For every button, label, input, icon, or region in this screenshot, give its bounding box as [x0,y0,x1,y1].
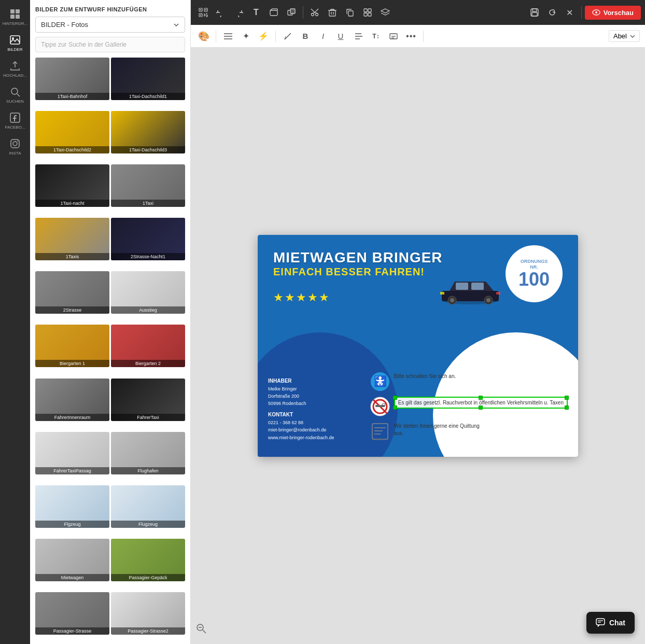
handle-br[interactable] [565,405,569,410]
font-selector[interactable]: Abel [609,30,640,42]
sidebar: HINTERGR... BILDER HOCHLAD... SUCHEN FAC… [0,0,30,644]
image-panel-header: BILDER ZUM ENTWURF HINZUFÜGEN [30,0,190,17]
svg-rect-39 [348,11,353,16]
format-toolbar: 🎨 ✦ ⚡ B I U T↕ [191,25,645,48]
refresh-button[interactable] [544,4,560,21]
image-thumb[interactable]: Biergarten 2 [111,325,185,367]
image-thumb[interactable]: Passagier-Gepäck [111,539,185,581]
redo-button[interactable] [230,4,247,21]
handle-tl[interactable] [393,396,397,400]
main-area: T [191,0,645,644]
copy-button[interactable] [342,4,358,21]
save-icon [530,8,539,17]
handle-bc[interactable] [479,405,483,410]
svg-rect-78 [372,424,388,439]
refresh-icon [548,8,557,17]
save-button[interactable] [526,4,543,21]
group-icon [363,8,372,17]
cut-icon [311,8,319,17]
toolbar-divider2 [581,6,582,19]
lightning-button[interactable]: ⚡ [256,29,271,44]
vorschau-button[interactable]: Vorschau [585,6,641,20]
pencil-button[interactable] [280,29,296,44]
canvas-area[interactable]: ORDNUNGSNR. 100 MIETWAGEN BRINGER EINFAC… [191,48,645,644]
image-thumb[interactable]: Passagier-Strasse [35,592,109,635]
cut-button[interactable] [306,4,323,21]
align-button[interactable] [220,29,236,44]
svg-rect-1 [16,9,20,13]
receipt-icon: Quittung [370,422,390,441]
upload-icon [9,60,21,72]
font-name: Abel [613,32,627,40]
image-icon [9,34,21,46]
card-title-main: MIETWAGEN BRINGER [273,250,443,265]
image-thumb[interactable]: Flgzeug [35,485,109,528]
layers-button[interactable] [377,4,394,21]
svg-rect-64 [471,283,484,290]
handle-bl[interactable] [393,405,397,410]
color-picker-button[interactable]: 🎨 [196,29,212,44]
image-thumb[interactable]: Mietwagen [35,539,109,581]
text-button[interactable]: T [248,4,264,21]
image-thumb[interactable]: 1Taxis [35,218,109,260]
sidebar-hintergrund-label: HINTERGR... [3,21,27,26]
sidebar-item-facebook[interactable]: FACEBO... [1,108,29,133]
sidebar-item-hochlad[interactable]: HOCHLAD... [1,56,29,81]
delete-button[interactable] [324,4,341,21]
image-thumb[interactable]: Flugzeug [111,485,185,528]
image-thumb[interactable]: Ausstieg [111,271,185,314]
sidebar-hochlad-label: HOCHLAD... [3,73,27,78]
text-align-button[interactable] [350,29,366,44]
handle-tr[interactable] [565,396,569,400]
toolbar-divider [303,6,303,19]
image-thumb[interactable]: Flughafen [111,432,185,474]
right-info: 🚼 Bitte schnallen Sie sich an. [370,372,568,441]
gallery-search-input[interactable]: Tippe zur Suche in der Gallerie [35,37,185,52]
nosmoking-selected-text[interactable]: Es gilt das gesetzl. Rauchverbot in öffe… [394,397,568,409]
frame-button[interactable] [283,4,300,21]
chat-button[interactable]: Chat [586,612,635,634]
qr-code-button[interactable] [195,4,212,21]
svg-rect-70 [496,292,500,295]
qr-icon [199,8,208,17]
image-thumb[interactable]: FahrerTaxi [111,379,185,421]
category-dropdown[interactable]: BILDER - Fotos [35,17,185,33]
text-box-button[interactable] [386,29,401,44]
image-thumb[interactable]: 2Strasse-Nacht1 [111,218,185,260]
zoom-control[interactable] [196,623,206,636]
svg-line-31 [311,9,315,12]
bold-button[interactable]: B [298,29,313,44]
align-icon [224,33,232,40]
image-thumb[interactable]: 1Taxi-Dachschild3 [111,111,185,153]
star-button[interactable]: ✦ [238,29,254,44]
image-thumb[interactable]: 1Taxi-Bahnhof [35,58,109,100]
image-thumb[interactable]: FahrerTaxiPassag [35,432,109,474]
layers-icon [381,8,390,17]
image-thumb[interactable]: 1Taxi [111,164,185,207]
shape-button[interactable] [265,4,282,21]
svg-rect-42 [364,13,367,16]
image-thumb[interactable]: Biergarten 1 [35,325,109,367]
sidebar-item-bilder[interactable]: BILDER [1,30,29,55]
svg-rect-28 [290,9,295,13]
underline-button[interactable]: U [333,29,348,44]
handle-tc[interactable] [479,396,483,400]
close-button[interactable]: ✕ [562,4,578,21]
image-thumb[interactable]: 1Taxi-Dachschild1 [111,58,185,100]
image-thumb[interactable]: 1Taxi-nacht [35,164,109,207]
sidebar-item-insta[interactable]: INSTA [1,134,29,159]
image-thumb[interactable]: 2Strasse [35,271,109,314]
undo-button[interactable] [213,4,229,21]
italic-button[interactable]: I [315,29,331,44]
sidebar-item-hintergrund[interactable]: HINTERGR... [1,4,29,29]
image-thumb[interactable]: FahrerInnenraum [35,379,109,421]
text-size-button[interactable]: T↕ [368,29,384,44]
image-thumb[interactable]: 1Taxi-Dachschild2 [35,111,109,153]
sidebar-item-suchen[interactable]: SUCHEN [1,82,29,107]
svg-line-33 [313,12,315,13]
image-thumb[interactable]: Passagier-Strasse2 [111,592,185,635]
more-button[interactable]: ••• [403,29,419,44]
svg-rect-41 [368,9,371,12]
svg-rect-2 [10,15,15,19]
group-button[interactable] [359,4,376,21]
